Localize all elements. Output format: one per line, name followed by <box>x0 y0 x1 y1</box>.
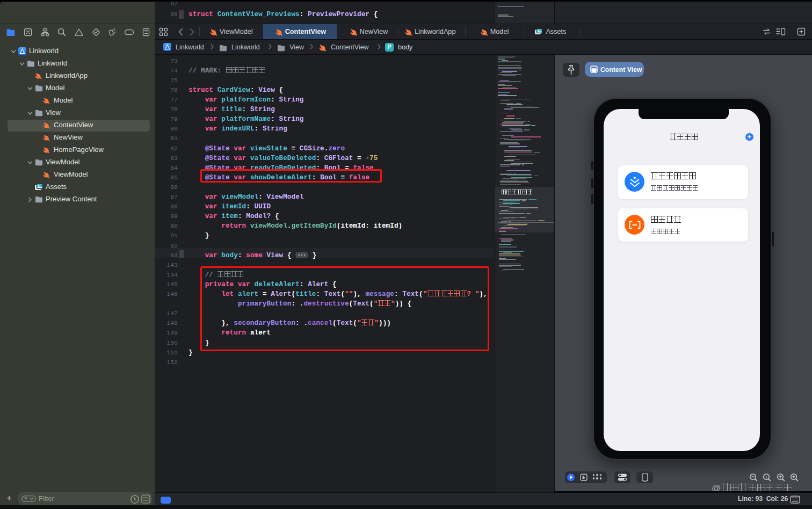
svg-text:1: 1 <box>765 475 767 479</box>
